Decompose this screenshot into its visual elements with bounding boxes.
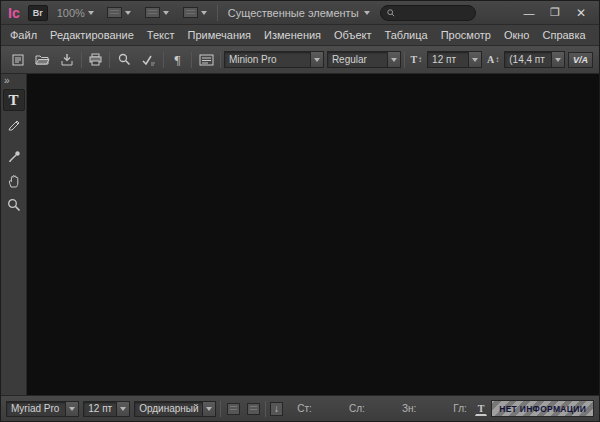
search-box[interactable] <box>380 5 476 21</box>
maximize-button[interactable]: ❐ <box>542 3 568 23</box>
chevron-down-icon <box>201 11 207 15</box>
chevron-down-icon <box>468 52 481 67</box>
chevron-down-icon <box>364 11 370 15</box>
find-button[interactable] <box>113 50 135 70</box>
menu-type[interactable]: Текст <box>147 29 175 41</box>
chevron-down-icon <box>65 402 78 416</box>
document-canvas[interactable] <box>27 74 599 395</box>
divider <box>109 52 110 68</box>
spellcheck-button[interactable] <box>138 50 160 70</box>
workspace-switcher[interactable]: Существенные элементы <box>224 5 374 21</box>
copyfit-info-text: НЕТ ИНФОРМАЦИИ <box>499 404 586 414</box>
leading-select[interactable]: (14,4 пт <box>504 51 565 68</box>
view-options-dropdown[interactable] <box>103 4 135 21</box>
search-icon <box>387 8 395 18</box>
divider <box>217 5 218 21</box>
go-to-line-button[interactable]: ↓ <box>270 402 283 416</box>
line-spacing-button[interactable] <box>225 400 241 418</box>
print-button[interactable] <box>85 50 107 70</box>
font-style-select[interactable]: Regular <box>327 51 402 68</box>
column-view-icon <box>247 403 260 415</box>
menu-table[interactable]: Таблица <box>385 29 428 41</box>
font-size-value: 12 пт <box>428 54 468 65</box>
open-button[interactable] <box>32 50 54 70</box>
menu-view[interactable]: Просмотр <box>441 29 491 41</box>
incopy-window: Ic Br 100% Существенные элементы <box>0 0 600 422</box>
search-input[interactable] <box>399 7 469 18</box>
panel-expand-icon[interactable]: » <box>1 75 13 88</box>
stat-chars-label: Зн: <box>402 403 416 414</box>
screen-mode-icon <box>145 7 160 18</box>
window-controls: — ❐ ✕ <box>516 3 594 23</box>
type-tool[interactable]: T <box>3 89 25 111</box>
menu-object[interactable]: Объект <box>334 29 371 41</box>
open-folder-icon <box>35 53 50 66</box>
divider <box>191 52 192 68</box>
stroke-style-select[interactable]: Ординарный и <box>134 401 216 417</box>
magnifier-icon <box>7 198 21 212</box>
status-font-family-select[interactable]: Myriad Pro <box>6 401 79 417</box>
column-view-button[interactable] <box>245 400 261 418</box>
hand-tool[interactable] <box>3 170 25 192</box>
font-size-select[interactable]: 12 пт <box>427 51 482 68</box>
text-frame-options-button[interactable] <box>195 50 217 70</box>
font-family-value: Minion Pro <box>225 54 310 65</box>
note-pen-icon <box>7 117 21 131</box>
workspace-label: Существенные элементы <box>228 7 359 19</box>
chevron-down-icon <box>125 11 131 15</box>
leading-icon: A↕ <box>485 54 501 65</box>
eyedropper-icon <box>7 150 21 164</box>
zoom-tool[interactable] <box>3 194 25 216</box>
arrange-documents-icon <box>183 7 198 18</box>
bridge-button[interactable]: Br <box>28 5 48 21</box>
zoom-level-value: 100% <box>57 7 85 19</box>
menu-file[interactable]: Файл <box>10 29 37 41</box>
type-tool-icon: T <box>8 92 18 109</box>
control-toolbar: ¶ Minion Pro Regular T↕ 12 пт <box>1 46 599 74</box>
notes-button[interactable] <box>7 50 29 70</box>
menu-window[interactable]: Окно <box>504 29 530 41</box>
menu-notes[interactable]: Примечания <box>188 29 252 41</box>
chevron-down-icon <box>202 402 215 416</box>
chevron-down-icon <box>387 52 400 67</box>
status-font-size-value: 12 пт <box>84 403 116 414</box>
hand-icon <box>7 174 21 188</box>
status-bar: Myriad Pro 12 пт Ординарный и ↓ Ст: Сл: … <box>1 395 599 421</box>
font-size-icon: T↕ <box>408 54 424 65</box>
app-logo: Ic <box>6 5 22 21</box>
minimize-button[interactable]: — <box>516 3 542 23</box>
divider <box>404 52 405 68</box>
font-family-select[interactable]: Minion Pro <box>224 51 324 68</box>
divider <box>81 52 82 68</box>
show-hidden-characters-button[interactable]: ¶ <box>167 50 189 70</box>
arrange-documents-dropdown[interactable] <box>179 4 211 21</box>
menu-changes[interactable]: Изменения <box>264 29 321 41</box>
menu-edit[interactable]: Редактирование <box>50 29 134 41</box>
font-style-value: Regular <box>328 54 388 65</box>
status-font-size-select[interactable]: 12 пт <box>83 401 130 417</box>
line-spacing-icon <box>227 403 240 415</box>
stat-line-label: Ст: <box>297 403 312 414</box>
print-icon <box>88 53 103 66</box>
menu-help[interactable]: Справка <box>542 29 585 41</box>
screen-mode-dropdown[interactable] <box>141 4 173 21</box>
stroke-style-value: Ординарный и <box>135 403 202 414</box>
search-icon <box>118 53 131 66</box>
status-font-family-value: Myriad Pro <box>7 403 65 414</box>
eyedropper-tool[interactable] <box>3 146 25 168</box>
divider <box>220 52 221 68</box>
save-icon <box>60 53 74 66</box>
stat-words-label: Сл: <box>349 403 365 414</box>
menubar: Файл Редактирование Текст Примечания Изм… <box>1 25 599 46</box>
chevron-down-icon <box>88 11 94 15</box>
divider <box>163 52 164 68</box>
main-area: » T <box>1 74 599 395</box>
save-button[interactable] <box>56 50 78 70</box>
kerning-icon[interactable]: V/A <box>568 52 593 68</box>
leading-value: (14,4 пт <box>505 54 551 65</box>
zoom-level-dropdown[interactable]: 100% <box>54 5 97 21</box>
chevron-down-icon <box>116 402 129 416</box>
chevron-down-icon <box>310 52 323 67</box>
note-tool[interactable] <box>3 113 25 135</box>
close-button[interactable]: ✕ <box>568 3 594 23</box>
